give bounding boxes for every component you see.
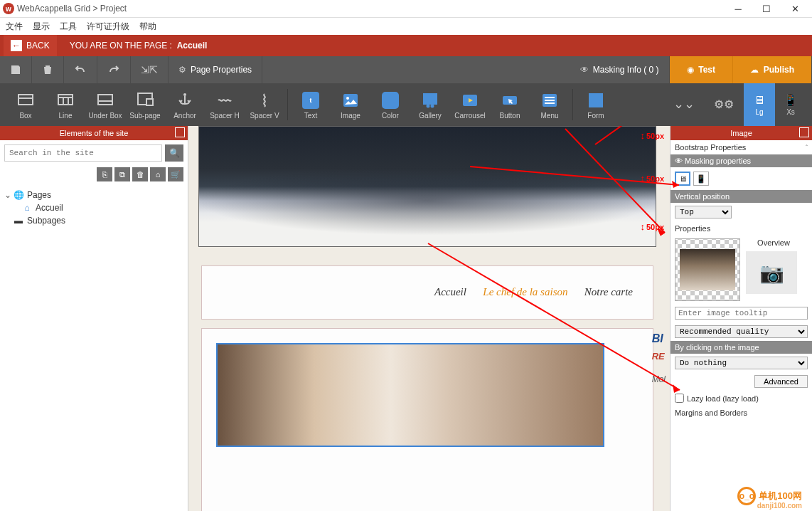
- svg-rect-0: [18, 95, 33, 105]
- vertical-position-select[interactable]: Top: [675, 206, 732, 218]
- svg-point-10: [183, 93, 186, 96]
- publish-button[interactable]: ☁ Publish: [732, 56, 812, 83]
- delete-button[interactable]: [32, 56, 64, 83]
- save-button[interactable]: [0, 56, 32, 83]
- menu-view[interactable]: 显示: [33, 21, 50, 33]
- palette-more[interactable]: ⌄⌄: [664, 94, 704, 115]
- component-palette: Box Line Under Box Sub-page Anchor Space…: [0, 83, 812, 126]
- trash-icon[interactable]: 🗑: [132, 167, 148, 181]
- globe-icon: 🌐: [13, 190, 24, 200]
- svg-point-17: [432, 105, 434, 107]
- device-desktop[interactable]: 🖥: [675, 172, 690, 186]
- camera-icon[interactable]: 📷: [746, 251, 797, 294]
- lazy-load-checkbox[interactable]: [675, 394, 684, 403]
- tree-pages[interactable]: ⌄🌐Pages: [4, 189, 183, 201]
- back-button[interactable]: ← BACK: [4, 35, 57, 56]
- tree-subpages[interactable]: ▬Subpages: [4, 214, 183, 227]
- search-input[interactable]: [4, 144, 162, 162]
- minimize-button[interactable]: ─: [724, 0, 752, 18]
- nav-carte[interactable]: Notre carte: [584, 286, 633, 297]
- content-block[interactable]: [201, 328, 653, 511]
- palette-gallery[interactable]: Gallery: [410, 90, 450, 120]
- svg-rect-14: [426, 96, 429, 99]
- svg-rect-22: [545, 97, 555, 98]
- dock-icon[interactable]: [799, 127, 809, 137]
- nav-chef[interactable]: Le chef de la saison: [483, 286, 567, 297]
- quality-select[interactable]: Recommended quality: [675, 325, 808, 338]
- selected-image[interactable]: [216, 343, 604, 447]
- close-button[interactable]: ✕: [781, 0, 809, 18]
- click-action-select[interactable]: Do nothing: [675, 357, 808, 369]
- maximize-button[interactable]: ☐: [752, 0, 781, 18]
- left-panel-header: Elements of the site: [0, 126, 188, 140]
- masking-properties-header[interactable]: 👁 Masking properties: [671, 154, 812, 167]
- cart-icon[interactable]: 🛒: [168, 167, 183, 181]
- search-button[interactable]: 🔍: [165, 144, 183, 162]
- svg-point-16: [427, 105, 429, 107]
- image-tooltip-input[interactable]: [675, 307, 808, 320]
- svg-rect-6: [98, 95, 112, 105]
- svg-rect-24: [545, 102, 555, 104]
- palette-image[interactable]: Image: [331, 90, 370, 120]
- image-thumbnail[interactable]: [675, 238, 740, 301]
- back-arrow-icon: ←: [11, 40, 22, 51]
- toolbar: ⇲⇱ ⚙Page Properties 👁Masking Info ( 0 ) …: [0, 56, 812, 83]
- palette-text[interactable]: tText: [291, 90, 331, 120]
- duplicate-icon[interactable]: ⧉: [114, 167, 130, 181]
- menu-license[interactable]: 许可证升级: [87, 21, 129, 33]
- svg-rect-15: [431, 96, 434, 99]
- palette-menu[interactable]: Menu: [530, 90, 570, 120]
- nav-block[interactable]: Accueil Le chef de la saison Notre carte: [201, 265, 653, 320]
- home-icon[interactable]: ⌂: [150, 167, 166, 181]
- palette-spacerh[interactable]: Spacer H: [205, 90, 245, 120]
- click-action-header: By clicking on the image: [671, 341, 812, 354]
- palette-settings[interactable]: ⚙⚙: [704, 94, 744, 115]
- spacing-marker-2: ↕50px: [640, 174, 664, 183]
- home-page-icon: ⌂: [21, 203, 33, 213]
- device-mobile[interactable]: 📱: [693, 172, 709, 186]
- nav-accueil[interactable]: Accueil: [434, 286, 466, 297]
- svg-rect-23: [545, 100, 555, 101]
- test-button[interactable]: ◉ Test: [670, 56, 732, 83]
- overview-label: Overview: [746, 238, 801, 247]
- lazy-load-label: Lazy load (lazy load): [687, 394, 759, 403]
- palette-carrousel[interactable]: Carrousel: [450, 90, 490, 120]
- desktop-icon: 🖥: [754, 94, 765, 107]
- margins-borders-label[interactable]: Margins and Borders: [671, 406, 812, 420]
- page-info: YOU ARE ON THE PAGE : Accueil: [70, 41, 208, 51]
- palette-form[interactable]: Form: [576, 90, 616, 120]
- svg-rect-9: [146, 99, 153, 105]
- palette-button[interactable]: Button: [490, 90, 530, 120]
- menubar: 文件 显示 工具 许可证升级 帮助: [0, 18, 812, 35]
- tree-accueil[interactable]: ⌂Accueil: [4, 201, 183, 214]
- svg-rect-2: [58, 95, 73, 105]
- breakpoint-lg[interactable]: 🖥Lg: [744, 83, 775, 126]
- back-label: BACK: [26, 41, 50, 51]
- palette-spacerv[interactable]: Spacer V: [245, 90, 284, 120]
- canvas[interactable]: ↕50px ↕50px ↕50px Accueil Le chef de la …: [188, 126, 670, 511]
- undo-button[interactable]: [64, 56, 97, 83]
- palette-line[interactable]: Line: [46, 90, 85, 120]
- breakpoint-xs[interactable]: 📱Xs: [775, 83, 806, 126]
- right-panel-header: Image: [671, 126, 812, 140]
- page-properties-button[interactable]: ⚙Page Properties: [169, 56, 262, 83]
- chevron-up-icon: ˆ: [806, 144, 808, 151]
- palette-subpage[interactable]: Sub-page: [125, 90, 165, 120]
- add-page-icon[interactable]: ⎘: [97, 167, 112, 181]
- menu-tools[interactable]: 工具: [60, 21, 77, 33]
- collapse-button[interactable]: ⇲⇱: [131, 56, 169, 83]
- palette-underbox[interactable]: Under Box: [85, 90, 125, 120]
- palette-color[interactable]: Color: [370, 90, 410, 120]
- palette-box[interactable]: Box: [6, 90, 46, 120]
- titlebar: w WebAcappella Grid > Project ─ ☐ ✕: [0, 0, 812, 18]
- menu-file[interactable]: 文件: [6, 21, 23, 33]
- palette-anchor[interactable]: Anchor: [165, 90, 205, 120]
- svg-rect-11: [343, 94, 358, 107]
- advanced-button[interactable]: Advanced: [754, 375, 808, 388]
- redo-button[interactable]: [97, 56, 131, 83]
- masking-info-button[interactable]: 👁Masking Info ( 0 ): [570, 56, 670, 83]
- bootstrap-properties-toggle[interactable]: Bootstrap Propertiesˆ: [671, 140, 812, 154]
- hero-image[interactable]: [198, 126, 656, 247]
- dock-icon[interactable]: [175, 127, 185, 137]
- menu-help[interactable]: 帮助: [139, 21, 156, 33]
